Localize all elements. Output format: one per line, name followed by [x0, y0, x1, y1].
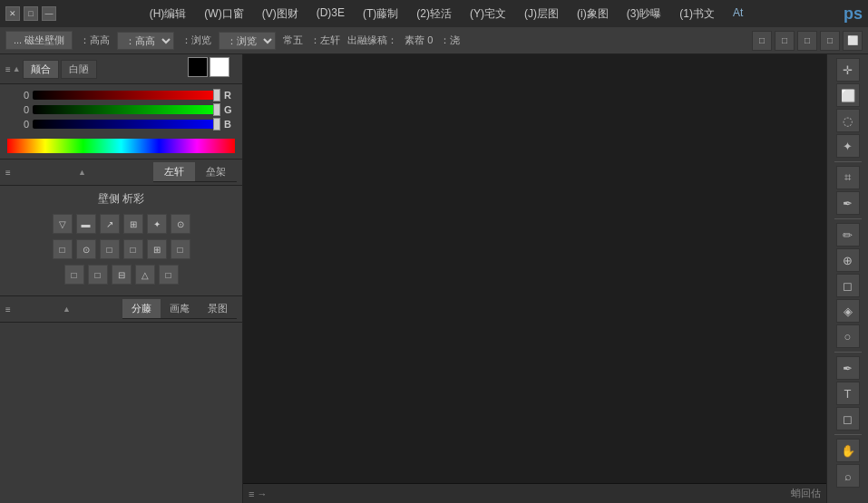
- menu-select[interactable]: (2)轻活: [413, 5, 455, 24]
- menu-edit[interactable]: (H)编辑: [146, 5, 190, 24]
- toolbar-separator-1: [834, 161, 862, 162]
- hand-tool[interactable]: ✋: [836, 439, 860, 462]
- adj-panel-header: ≡ ▲ 左轩 垒架: [0, 160, 242, 186]
- blue-slider-thumb[interactable]: [213, 118, 220, 131]
- options-bar: ... 磁坐壁側 ：高高 ：高高 ：浏览 ：浏览 常五 ：左轩 出融缘稿： 素蓿…: [0, 27, 868, 54]
- adj-tab-adjustments[interactable]: 左轩: [153, 162, 195, 181]
- maximize-button[interactable]: □: [24, 6, 38, 21]
- green-slider-thumb[interactable]: [213, 103, 220, 116]
- adj-icon-curves[interactable]: ↗: [100, 214, 120, 234]
- text-tool[interactable]: T: [836, 382, 860, 405]
- color-panel-collapse-icon[interactable]: ▲: [11, 63, 23, 75]
- color-panel-tabs: 颠合 白陋: [23, 60, 97, 79]
- blue-label: B: [224, 119, 235, 130]
- adj-panel-menu-icon[interactable]: ≡: [5, 168, 11, 178]
- menu-layer[interactable]: (J)层图: [521, 5, 562, 24]
- gradient-tool[interactable]: ◈: [836, 299, 860, 323]
- adj-tab-styles[interactable]: 垒架: [195, 162, 237, 181]
- options-fullscreen[interactable]: ⬜: [843, 31, 863, 51]
- zoom-tool[interactable]: ⌕: [836, 464, 860, 488]
- dodge-tool[interactable]: ○: [836, 324, 860, 348]
- menu-file[interactable]: (1)书文: [676, 5, 718, 24]
- menu-type[interactable]: (Y)宅文: [466, 5, 510, 24]
- adj-icon-bw[interactable]: ⊙: [76, 239, 96, 259]
- move-tool[interactable]: ✛: [836, 58, 860, 82]
- options-icon-4[interactable]: □: [820, 31, 840, 51]
- clone-stamp-tool[interactable]: ⊕: [836, 248, 860, 272]
- adj-icon-invert[interactable]: □: [171, 239, 190, 259]
- adj-icon-color-balance[interactable]: □: [53, 239, 73, 259]
- open-button[interactable]: ... 磁坐壁側: [5, 31, 73, 50]
- menu-view[interactable]: (V)图财: [258, 5, 302, 24]
- background-swatch[interactable]: [210, 57, 229, 77]
- foreground-swatch[interactable]: [188, 57, 208, 77]
- adj-icon-vibrance[interactable]: ✦: [147, 214, 167, 234]
- eyedropper-tool[interactable]: ✒: [836, 191, 860, 215]
- menu-filter[interactable]: (T)藤制: [359, 5, 402, 24]
- opacity-label: 出融缘稿：: [347, 34, 397, 47]
- layers-tab-paths[interactable]: 画庵: [161, 299, 199, 318]
- magic-wand-tool[interactable]: ✦: [836, 134, 860, 158]
- layers-panel: ≡ ▲ 分藤 画庵 景图: [0, 296, 242, 503]
- layers-tab-channels[interactable]: 分藤: [122, 299, 161, 318]
- layers-panel-header: ≡ ▲ 分藤 画庵 景图: [0, 296, 242, 323]
- adj-icon-photo-filter[interactable]: □: [100, 239, 120, 259]
- options-icon-3[interactable]: □: [797, 31, 817, 51]
- width-select[interactable]: ：浏览: [219, 32, 276, 50]
- adjustments-panel: ≡ ▲ 左轩 垒架 壁侧 析彩 ▽ ▬ ↗ ⊞ ✦ ⊙ □: [0, 160, 242, 296]
- red-slider-thumb[interactable]: [213, 89, 220, 102]
- green-slider[interactable]: [33, 105, 220, 114]
- adj-icon-color-lookup[interactable]: ⊞: [147, 239, 167, 259]
- pen-tool[interactable]: ✒: [836, 356, 860, 380]
- adj-icon-gradient-map[interactable]: ⊟: [112, 265, 132, 285]
- lasso-tool[interactable]: ◌: [836, 109, 860, 132]
- layers-tabs: 分藤 画庵 景图: [122, 299, 237, 319]
- adj-panel-collapse-icon[interactable]: ▲: [76, 166, 88, 179]
- layers-panel-collapse-icon[interactable]: ▲: [61, 303, 73, 315]
- adj-icon-channel-mixer[interactable]: □: [123, 239, 143, 259]
- adj-title: 壁侧 析彩: [5, 191, 237, 207]
- menu-image[interactable]: (i)象图: [573, 5, 612, 24]
- ps-logo: ps: [844, 5, 863, 24]
- color-preview: [180, 57, 237, 81]
- menu-window[interactable]: (W)口窗: [200, 5, 247, 24]
- minimize-button[interactable]: —: [42, 6, 56, 21]
- adj-icon-exposure[interactable]: ⊞: [123, 214, 143, 234]
- color-tab-swatch[interactable]: 白陋: [61, 60, 97, 79]
- mode-label: 常五: [283, 34, 303, 47]
- brush-tool[interactable]: ✏: [836, 223, 860, 247]
- red-slider[interactable]: [33, 91, 220, 100]
- flow-unit: ：浇: [440, 34, 460, 47]
- red-label: R: [224, 90, 235, 101]
- canvas-area: ≡ → 蛸回估: [243, 54, 826, 503]
- color-spectrum[interactable]: [7, 139, 235, 153]
- menu-3d[interactable]: (D)3E: [313, 5, 348, 24]
- eraser-tool[interactable]: ◻: [836, 274, 860, 297]
- options-icon-2[interactable]: □: [775, 31, 795, 51]
- menu-adjustment[interactable]: (3)眇曝: [623, 5, 666, 24]
- adj-icon-more[interactable]: □: [159, 265, 179, 285]
- adj-icon-hue[interactable]: ⊙: [171, 214, 190, 234]
- adj-icons-row3: □ □ ⊟ △ □: [5, 265, 237, 285]
- menu-bar: (H)编辑 (W)口窗 (V)图财 (D)3E (T)藤制 (2)轻活 (Y)宅…: [56, 5, 836, 24]
- adj-icon-threshold[interactable]: □: [88, 265, 108, 285]
- blue-slider[interactable]: [33, 120, 220, 129]
- blue-value: 0: [7, 119, 29, 130]
- options-icon-1[interactable]: □: [752, 31, 772, 51]
- adj-icon-posterize[interactable]: □: [64, 265, 84, 285]
- canvas-main[interactable]: [243, 54, 826, 483]
- select-rect-tool[interactable]: ⬜: [836, 83, 860, 107]
- shape-tool[interactable]: ◻: [836, 407, 860, 430]
- layers-panel-menu-icon[interactable]: ≡: [5, 305, 11, 314]
- adj-icon-selective-color[interactable]: △: [135, 265, 155, 285]
- adj-icon-levels[interactable]: ▬: [76, 214, 96, 234]
- main-area: ≡ ▲ 颠合 白陋 0 R: [0, 54, 868, 503]
- color-tab-mix[interactable]: 颠合: [23, 60, 59, 79]
- height-select[interactable]: ：高高: [117, 32, 174, 50]
- crop-tool[interactable]: ⌗: [836, 166, 860, 189]
- close-button[interactable]: ✕: [5, 6, 20, 21]
- layers-tab-layers[interactable]: 景图: [199, 299, 237, 318]
- canvas-status-left: ≡ →: [249, 488, 267, 499]
- adj-icons-row1: ▽ ▬ ↗ ⊞ ✦ ⊙: [5, 214, 237, 234]
- adj-icon-brightness[interactable]: ▽: [53, 214, 73, 234]
